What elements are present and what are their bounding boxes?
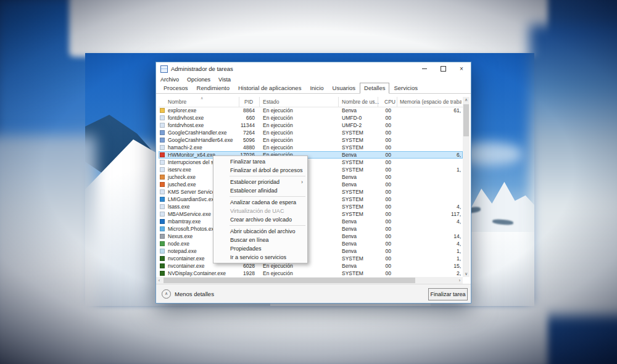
end-task-button[interactable]: Finalizar tarea: [428, 288, 468, 300]
process-cpu: 00: [375, 136, 391, 144]
context-menu-item[interactable]: Virtualización de UAC: [213, 207, 307, 215]
process-icon: [160, 115, 165, 120]
context-menu-item[interactable]: [230, 196, 305, 197]
process-user: UMFD-0: [342, 114, 362, 122]
tab[interactable]: Usuarios: [328, 83, 360, 93]
table-row[interactable]: node.exe Benva 00 4,: [159, 240, 463, 247]
tab[interactable]: Inicio: [305, 83, 328, 93]
context-menu-item[interactable]: Propiedades: [213, 244, 307, 253]
tab[interactable]: Servicios: [389, 83, 422, 93]
column-divider[interactable]: [378, 97, 378, 107]
context-menu-item[interactable]: Buscar en línea: [213, 236, 307, 244]
context-menu-item[interactable]: Establecer afinidad: [213, 186, 307, 195]
table-row[interactable]: Nexus.exe Benva 00 14,: [159, 233, 463, 240]
column-header-cpu[interactable]: CPU: [384, 99, 395, 105]
process-user: UMFD-2: [342, 122, 362, 129]
column-header-pid[interactable]: PID: [244, 99, 253, 105]
process-memory: 117,: [415, 210, 461, 218]
table-row[interactable]: NVDisplay.Container.exe 1928 En ejecució…: [159, 270, 463, 277]
scroll-down-icon[interactable]: ∨: [463, 271, 470, 277]
table-row[interactable]: lsass.exe SYSTEM 00 4,: [159, 203, 463, 210]
table-row[interactable]: GoogleCrashHandler64.exe 5096 En ejecuci…: [159, 136, 463, 144]
context-menu-item[interactable]: Analizar cadena de espera: [213, 198, 307, 207]
maximize-button[interactable]: [434, 62, 452, 75]
table-row[interactable]: nvcontainer.exe En ejecución SYSTEM 00 1…: [159, 255, 463, 262]
tab[interactable]: Rendimiento: [193, 83, 234, 93]
process-cpu: 00: [375, 181, 391, 188]
process-name: NVDisplay.Container.exe: [168, 270, 226, 277]
column-divider[interactable]: [259, 97, 260, 107]
table-row[interactable]: fontdrvhost.exe 11344 En ejecución UMFD-…: [159, 122, 463, 129]
table-row[interactable]: fontdrvhost.exe 660 En ejecución UMFD-0 …: [159, 114, 463, 122]
titlebar[interactable]: Administrador de tareas ×: [156, 62, 471, 75]
table-row[interactable]: nvcontainer.exe 6028 En ejecución Benva …: [159, 262, 463, 270]
table-header: ∧ Nombre PID Estado Nombre de us... CPU …: [159, 97, 463, 107]
table-row[interactable]: notepad.exe Benva 00 1,: [159, 247, 463, 255]
process-user: Benva: [342, 181, 357, 188]
context-menu-item[interactable]: Abrir ubicación del archivo: [213, 227, 307, 236]
table-row[interactable]: Microsoft.Photos.exe Benva 00: [159, 225, 463, 233]
vertical-scrollbar[interactable]: ∧ ∨: [463, 97, 470, 277]
process-cpu: 00: [375, 129, 391, 136]
process-user: SYSTEM: [342, 270, 363, 277]
column-divider[interactable]: [239, 97, 239, 107]
column-divider[interactable]: [338, 97, 339, 107]
table-row[interactable]: explorer.exe 8864 En ejecución Benva 00 …: [159, 107, 463, 114]
process-memory: 6,: [415, 151, 461, 159]
table-row[interactable]: isesrv.exe SYSTEM 00 1,: [159, 166, 463, 173]
scroll-up-icon[interactable]: ∧: [463, 97, 470, 103]
tab[interactable]: Procesos: [159, 83, 193, 93]
vertical-scroll-thumb[interactable]: [463, 104, 469, 136]
table-row[interactable]: HWMonitor_x64.exe 17026 En ejecución Ben…: [159, 151, 463, 159]
minimize-button[interactable]: [415, 62, 434, 75]
tab[interactable]: Detalles: [360, 83, 389, 94]
caption-buttons: ×: [415, 62, 471, 75]
process-name: isesrv.exe: [168, 166, 191, 173]
horizontal-scrollbar[interactable]: ‹ ›: [156, 277, 463, 284]
context-menu-item[interactable]: Finalizar el árbol de procesos: [213, 166, 307, 175]
process-user: SYSTEM: [342, 159, 363, 166]
menu-item[interactable]: Archivo: [160, 77, 179, 83]
process-cpu: 00: [375, 159, 391, 166]
table-row[interactable]: KMS Server Service.exe SYSTEM 00: [159, 188, 463, 196]
process-user: Benva: [342, 173, 357, 181]
column-divider[interactable]: [397, 97, 397, 107]
table-row[interactable]: MBAMService.exe SYSTEM 00 117,: [159, 210, 463, 218]
process-icon: [160, 189, 165, 194]
context-menu-item[interactable]: [230, 176, 305, 176]
process-user: Benva: [342, 240, 357, 247]
close-button[interactable]: ×: [452, 62, 471, 75]
context-menu-item-label: Buscar en línea: [230, 237, 269, 243]
process-icon: [160, 130, 165, 135]
scroll-left-icon[interactable]: ‹: [156, 277, 162, 284]
column-header-name[interactable]: Nombre: [168, 99, 186, 105]
column-header-memory[interactable]: Memoria (espacio de trabajo pr: [400, 99, 462, 105]
context-menu: Finalizar tarea Finalizar el árbol de pr…: [213, 155, 308, 263]
process-cpu: 00: [375, 173, 391, 181]
table-row[interactable]: mbamtray.exe Benva 00 4,: [159, 218, 463, 225]
menu-item[interactable]: Vista: [218, 77, 231, 83]
column-header-user[interactable]: Nombre de us...: [342, 99, 379, 105]
context-menu-item[interactable]: Finalizar tarea: [213, 157, 307, 166]
scroll-right-icon[interactable]: ›: [457, 277, 463, 284]
context-menu-item[interactable]: Establecer prioridad ›: [213, 178, 307, 186]
table-row[interactable]: GoogleCrashHandler.exe 7264 En ejecución…: [159, 129, 463, 136]
table-row[interactable]: hamachi-2.exe 4880 En ejecución SYSTEM 0…: [159, 144, 463, 151]
tab[interactable]: Historial de aplicaciones: [234, 83, 305, 93]
table-row[interactable]: Interrupciones del siste SYSTEM 00: [159, 159, 463, 166]
menu-item[interactable]: Opciones: [187, 77, 210, 83]
context-menu-item[interactable]: Crear archivo de volcado: [213, 215, 307, 224]
process-pid: 5096: [224, 136, 255, 144]
column-header-status[interactable]: Estado: [263, 99, 279, 105]
context-menu-item[interactable]: [230, 225, 305, 226]
context-menu-item-label: Finalizar el árbol de procesos: [230, 167, 303, 173]
details-toggle-label[interactable]: Menos detalles: [175, 291, 214, 297]
table-row[interactable]: jusched.exe Benva 00: [159, 181, 463, 188]
process-name: explorer.exe: [168, 107, 196, 114]
table-row[interactable]: LMIGuardianSvc.exe SYSTEM 00: [159, 196, 463, 203]
collapse-details-button[interactable]: ∧: [162, 289, 171, 299]
process-icon: [160, 160, 165, 165]
context-menu-item[interactable]: Ir a servicio o servicios: [213, 253, 307, 262]
table-row[interactable]: jucheck.exe Benva 00: [159, 173, 463, 181]
horizontal-scroll-thumb[interactable]: [164, 278, 415, 283]
